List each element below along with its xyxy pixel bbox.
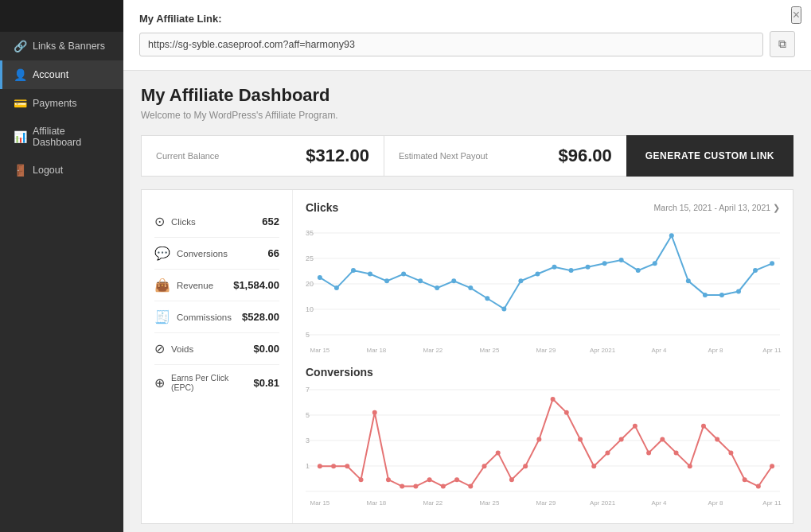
svg-point-31	[669, 233, 674, 238]
svg-point-68	[482, 464, 487, 468]
svg-point-61	[386, 477, 391, 482]
affiliate-link-bar: × My Affiliate Link: ⧉	[123, 0, 811, 71]
affiliate-link-input[interactable]	[139, 33, 763, 56]
svg-point-34	[719, 293, 724, 297]
svg-text:Mar 25: Mar 25	[480, 499, 500, 507]
svg-text:Mar 29: Mar 29	[536, 347, 556, 354]
svg-point-89	[770, 464, 774, 468]
svg-point-78	[619, 437, 624, 442]
conversions-chart: 7 5 3 1 Mar 15Mar 18Mar 22Mar 25Mar 29Ap…	[306, 382, 780, 509]
epc-value: $0.81	[253, 377, 279, 389]
svg-point-16	[418, 278, 423, 283]
svg-point-22	[518, 278, 523, 283]
svg-point-73	[551, 397, 556, 402]
metric-revenue: 👜 Revenue $1,584.00	[154, 270, 279, 301]
account-icon: 👤	[14, 68, 26, 81]
svg-point-83	[688, 464, 692, 468]
sidebar-item-account[interactable]: 👤 Account	[0, 60, 123, 89]
metric-commissions: 🧾 Commissions $528.00	[154, 301, 279, 333]
sidebar-label-links: Links & Banners	[33, 41, 105, 52]
svg-point-27	[602, 261, 607, 266]
svg-point-23	[535, 272, 540, 277]
clicks-chart: 35 25 20 10 5 Mar 15Mar 18Mar 22Mar 25Ma…	[306, 217, 780, 356]
svg-point-70	[509, 477, 514, 482]
svg-text:Mar 15: Mar 15	[310, 347, 330, 354]
svg-point-84	[701, 424, 706, 429]
stats-row: Current Balance $312.00 Estimated Next P…	[141, 135, 793, 177]
payments-icon: 💳	[14, 97, 26, 110]
clicks-chart-header: Clicks March 15, 2021 - April 13, 2021 ❯	[306, 201, 780, 214]
copy-button[interactable]: ⧉	[770, 31, 795, 57]
revenue-icon: 👜	[154, 278, 170, 293]
svg-point-32	[686, 278, 691, 283]
svg-point-69	[496, 450, 501, 455]
svg-point-60	[372, 410, 377, 415]
voids-value: $0.00	[253, 343, 279, 355]
svg-text:Apr 4: Apr 4	[652, 499, 668, 507]
svg-text:Apr 8: Apr 8	[708, 347, 724, 354]
voids-icon: ⊘	[154, 341, 165, 356]
logout-icon: 🚪	[14, 164, 26, 177]
links-icon: 🔗	[14, 40, 26, 52]
svg-text:3: 3	[306, 437, 310, 445]
svg-point-57	[331, 464, 336, 468]
svg-point-37	[770, 261, 774, 266]
svg-point-64	[427, 477, 432, 482]
svg-text:Mar 18: Mar 18	[367, 499, 387, 507]
svg-point-28	[619, 258, 624, 262]
conversions-chart-title: Conversions	[306, 366, 373, 379]
sidebar-item-affiliate-dashboard[interactable]: 📊 Affiliate Dashboard	[0, 118, 123, 156]
svg-point-75	[578, 437, 583, 442]
svg-point-30	[653, 261, 657, 266]
commissions-value: $528.00	[242, 311, 279, 323]
charts-panel: ⊙ Clicks 652 💬 Conversions 66 👜 Revenu	[141, 189, 793, 524]
svg-text:Apr 2021: Apr 2021	[590, 499, 616, 507]
svg-point-66	[454, 477, 459, 482]
svg-point-82	[674, 450, 679, 455]
metric-epc: ⊕ Earns Per Click (EPC) $0.81	[154, 365, 279, 400]
charts-area: Clicks March 15, 2021 - April 13, 2021 ❯…	[293, 190, 793, 523]
epc-icon: ⊕	[154, 375, 165, 390]
svg-text:Apr 11: Apr 11	[762, 347, 782, 354]
svg-point-36	[753, 268, 758, 273]
svg-point-33	[703, 293, 708, 297]
sidebar-item-logout[interactable]: 🚪 Logout	[0, 156, 123, 184]
current-balance-value: $312.00	[306, 146, 369, 166]
metric-conversions: 💬 Conversions 66	[154, 238, 279, 270]
svg-point-10	[318, 275, 322, 280]
current-balance-label: Current Balance	[156, 151, 220, 161]
svg-text:5: 5	[306, 411, 310, 419]
clicks-chart-title: Clicks	[306, 201, 338, 214]
svg-point-72	[536, 437, 541, 442]
svg-point-71	[523, 464, 528, 468]
svg-text:20: 20	[306, 280, 314, 288]
generate-custom-link-button[interactable]: GENERATE CUSTOM LINK	[626, 135, 793, 177]
svg-text:7: 7	[306, 386, 310, 394]
close-button[interactable]: ×	[791, 6, 801, 24]
svg-text:Mar 29: Mar 29	[536, 499, 556, 507]
sidebar-item-payments[interactable]: 💳 Payments	[0, 89, 123, 118]
svg-point-21	[501, 306, 506, 311]
svg-text:10: 10	[306, 305, 314, 313]
conversions-icon: 💬	[154, 246, 170, 261]
affiliate-link-label: My Affiliate Link:	[139, 13, 795, 25]
conversions-value: 66	[268, 247, 279, 259]
svg-point-14	[384, 278, 389, 283]
svg-point-77	[605, 450, 610, 455]
dashboard-icon: 📊	[14, 130, 26, 143]
sidebar-item-links-banners[interactable]: 🔗 Links & Banners	[0, 32, 123, 60]
svg-text:Mar 25: Mar 25	[480, 347, 500, 354]
dashboard-subtitle: Welcome to My WordPress's Affiliate Prog…	[141, 110, 793, 121]
svg-text:Apr 8: Apr 8	[708, 499, 724, 507]
svg-text:25: 25	[306, 254, 314, 262]
commissions-label: Commissions	[177, 313, 232, 322]
sidebar: 🔗 Links & Banners 👤 Account 💳 Payments 📊…	[0, 0, 123, 532]
svg-point-17	[435, 285, 439, 290]
svg-point-87	[743, 477, 747, 482]
dashboard-title: My Affiliate Dashboard	[141, 85, 793, 106]
dashboard: My Affiliate Dashboard Welcome to My Wor…	[123, 71, 811, 532]
metric-clicks: ⊙ Clicks 652	[154, 206, 279, 238]
sidebar-logo	[0, 0, 123, 32]
svg-text:Mar 15: Mar 15	[310, 499, 330, 507]
svg-point-18	[451, 278, 456, 283]
